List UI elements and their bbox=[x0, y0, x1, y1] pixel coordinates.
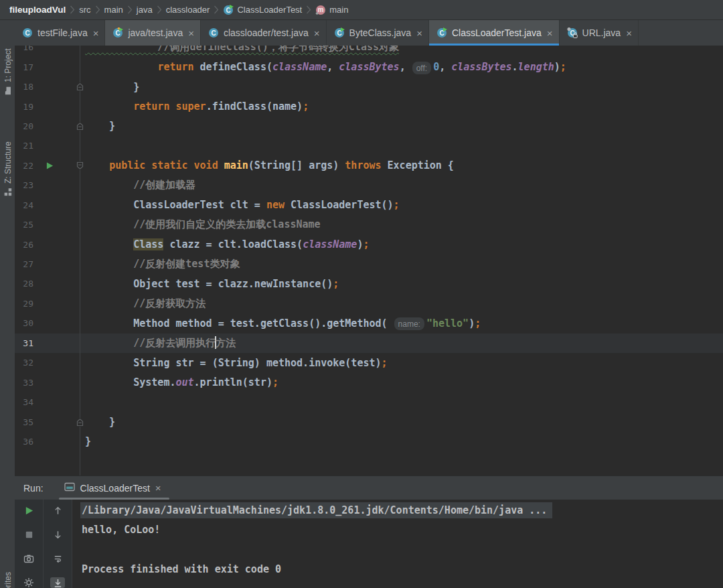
code-token: super bbox=[175, 100, 206, 113]
code-line[interactable]: 21 bbox=[15, 136, 723, 155]
breadcrumb-item[interactable]: java bbox=[134, 5, 155, 15]
code-line[interactable]: 18 } bbox=[15, 77, 723, 96]
stop-button[interactable] bbox=[21, 530, 36, 540]
breadcrumb-item[interactable]: classloader bbox=[163, 5, 213, 15]
close-icon[interactable]: × bbox=[155, 482, 161, 494]
run-tab[interactable]: ClassLoaderTest × bbox=[62, 476, 169, 500]
close-icon[interactable]: × bbox=[314, 28, 320, 38]
close-icon[interactable]: × bbox=[93, 28, 99, 38]
line-number[interactable]: 32 bbox=[15, 358, 33, 368]
code-line[interactable]: 34 bbox=[15, 392, 723, 412]
close-icon[interactable]: × bbox=[626, 28, 632, 38]
camera-button[interactable] bbox=[21, 553, 36, 564]
code-line[interactable]: 17 return defineClass(className, classBy… bbox=[15, 57, 723, 76]
tool-window-button[interactable]: Z: Structure bbox=[1, 141, 15, 196]
code-line[interactable]: 26 Class clazz = clt.loadClass(className… bbox=[15, 234, 723, 254]
code-token: off: bbox=[412, 62, 431, 74]
code-token: (String[] args) bbox=[248, 159, 345, 171]
structure-icon bbox=[3, 188, 12, 196]
console-output[interactable]: /Library/Java/JavaVirtualMachines/jdk1.8… bbox=[72, 500, 723, 588]
code-line[interactable]: 24 ClassLoaderTest clt = new ClassLoader… bbox=[15, 196, 723, 215]
code-line[interactable]: 30 Method method = test.getClass().getMe… bbox=[15, 313, 723, 333]
scroll-to-end-button[interactable] bbox=[50, 577, 65, 588]
code-line[interactable]: 27 //反射创建test类对象 bbox=[15, 254, 723, 274]
tool-window-button-label: avorites bbox=[3, 572, 13, 588]
editor-tab[interactable]: Cjava/test.java× bbox=[105, 20, 200, 46]
line-number[interactable]: 31 bbox=[15, 338, 33, 348]
line-number[interactable]: 24 bbox=[15, 200, 33, 210]
code-line[interactable]: 32 String str = (String) method.invoke(t… bbox=[15, 353, 723, 372]
code-token: ; bbox=[303, 100, 309, 113]
line-number[interactable]: 17 bbox=[15, 62, 33, 72]
code-line[interactable]: 35 } bbox=[15, 412, 723, 431]
line-number[interactable]: 20 bbox=[15, 121, 33, 131]
editor-tab[interactable]: Cclassloader/test.java× bbox=[201, 20, 327, 46]
code-line[interactable]: 36} bbox=[15, 432, 723, 451]
close-icon[interactable]: × bbox=[188, 28, 194, 38]
editor-tab[interactable]: CURL.java× bbox=[560, 20, 639, 46]
soft-wrap-button[interactable] bbox=[50, 554, 65, 565]
code-line[interactable]: 16 //调用defineClass()，将字节码转换为Class对象 bbox=[15, 46, 723, 57]
code-line[interactable]: 25 //使用我们自定义的类去加载className bbox=[15, 215, 723, 234]
line-number[interactable]: 18 bbox=[15, 82, 33, 92]
breadcrumb: fileuploadVulsrcmainjavaclassloaderCClas… bbox=[0, 0, 723, 20]
editor-tab[interactable]: CtestFile.java× bbox=[15, 20, 105, 46]
console-icon bbox=[64, 482, 75, 494]
breadcrumb-item[interactable]: main bbox=[102, 5, 126, 15]
editor-tab[interactable]: CClassLoaderTest.java× bbox=[429, 20, 560, 46]
down-arrow-button[interactable] bbox=[50, 530, 65, 540]
line-number[interactable]: 23 bbox=[15, 180, 33, 190]
tool-window-button[interactable]: 1: Project bbox=[1, 48, 15, 95]
code-token: } bbox=[85, 120, 115, 132]
line-number[interactable]: 33 bbox=[15, 378, 33, 388]
code-line[interactable]: 22 public static void main(String[] args… bbox=[15, 156, 723, 175]
line-number[interactable]: 35 bbox=[15, 417, 33, 427]
up-arrow-button[interactable] bbox=[50, 506, 65, 516]
code-token: //使用我们自定义的类去加载className bbox=[85, 218, 321, 230]
code-line[interactable]: 33 System.out.println(str); bbox=[15, 372, 723, 392]
line-number[interactable]: 29 bbox=[15, 299, 33, 309]
gear-button[interactable] bbox=[21, 577, 36, 588]
line-number[interactable]: 28 bbox=[15, 279, 33, 289]
code-token bbox=[85, 238, 133, 250]
code-token: .findClass(name) bbox=[206, 100, 303, 113]
line-number[interactable]: 21 bbox=[15, 141, 33, 151]
editor-tab[interactable]: CByteClass.java× bbox=[327, 20, 429, 46]
code-token: public static void bbox=[109, 159, 224, 171]
rerun-button[interactable] bbox=[21, 506, 36, 516]
run-arrow-icon[interactable] bbox=[46, 161, 54, 170]
line-number[interactable]: 36 bbox=[15, 437, 33, 447]
code-text: Method method = test.getClass().getMetho… bbox=[80, 317, 481, 329]
code-line[interactable]: 31 //反射去调用执行方法 bbox=[15, 334, 723, 353]
code-text: return defineClass(className, classBytes… bbox=[80, 61, 566, 73]
close-icon[interactable]: × bbox=[416, 28, 422, 38]
code-line[interactable]: 23 //创建加载器 bbox=[15, 175, 723, 195]
close-icon[interactable]: × bbox=[547, 28, 553, 38]
code-line[interactable]: 28 Object test = clazz.newInstance(); bbox=[15, 274, 723, 293]
line-number[interactable]: 30 bbox=[15, 318, 33, 328]
line-number[interactable]: 34 bbox=[15, 397, 33, 407]
code-line[interactable]: 20 } bbox=[15, 117, 723, 136]
tool-window-button[interactable]: avorites bbox=[1, 572, 15, 588]
line-number[interactable]: 19 bbox=[15, 102, 33, 112]
breadcrumb-item[interactable]: fileuploadVul bbox=[7, 5, 68, 15]
class-run-icon: C bbox=[436, 27, 447, 38]
breadcrumb-item[interactable]: src bbox=[76, 5, 93, 15]
breadcrumb-item[interactable]: CClassLoaderTest bbox=[220, 5, 305, 15]
editor-tab-label: ByteClass.java bbox=[349, 27, 412, 38]
class-run-icon: C bbox=[223, 5, 234, 15]
line-number[interactable]: 16 bbox=[15, 46, 33, 52]
code-token: Class bbox=[133, 238, 163, 250]
code-editor[interactable]: 16 //调用defineClass()，将字节码转换为Class对象17 re… bbox=[15, 46, 723, 475]
line-number[interactable]: 26 bbox=[15, 240, 33, 250]
line-number[interactable]: 22 bbox=[15, 161, 33, 171]
line-number[interactable]: 25 bbox=[15, 220, 33, 230]
line-number[interactable]: 27 bbox=[15, 259, 33, 269]
breadcrumb-item[interactable]: mmain bbox=[313, 5, 351, 15]
class-icon: C bbox=[22, 27, 33, 38]
code-line[interactable]: 19 return super.findClass(name); bbox=[15, 96, 723, 116]
tool-window-button-label: Z: Structure bbox=[3, 141, 13, 183]
code-token: ; bbox=[363, 238, 369, 250]
code-line[interactable]: 29 //反射获取方法 bbox=[15, 294, 723, 313]
code-token: 0 bbox=[433, 61, 439, 73]
